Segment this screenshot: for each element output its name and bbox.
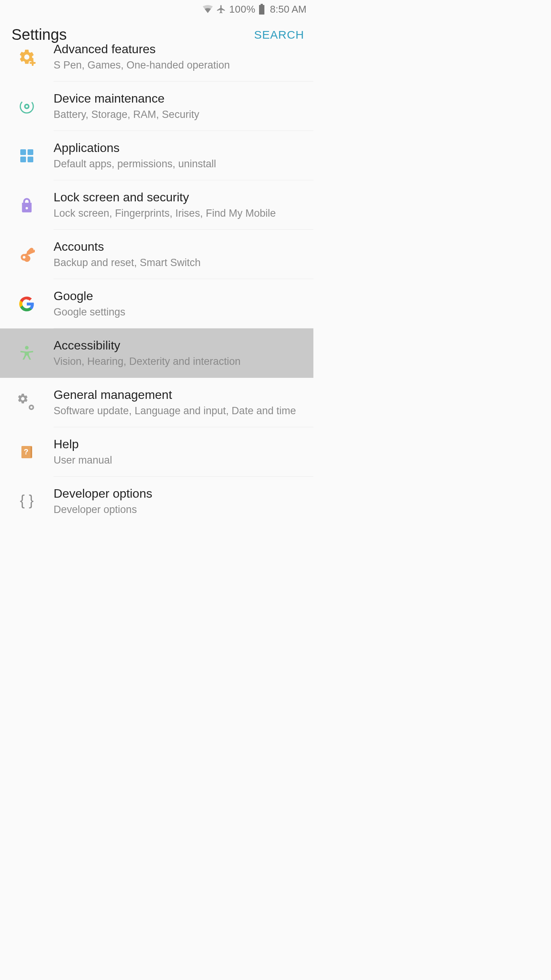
svg-rect-7: [20, 149, 26, 155]
svg-point-12: [23, 256, 26, 258]
item-title: Help: [54, 436, 303, 452]
help-book-icon: ?: [19, 444, 34, 460]
item-subtitle: Developer options: [54, 503, 303, 516]
battery-percentage: 100%: [229, 3, 256, 15]
item-subtitle: Vision, Hearing, Dexterity and interacti…: [54, 354, 303, 368]
svg-rect-1: [259, 5, 264, 15]
lock-icon: [20, 197, 34, 214]
item-title: Advanced features: [54, 41, 303, 57]
settings-item-google[interactable]: Google Google settings: [0, 279, 313, 328]
svg-rect-9: [20, 157, 26, 162]
gears-icon: [18, 394, 36, 412]
item-subtitle: Software update, Language and input, Dat…: [54, 404, 303, 418]
settings-list: Advanced features S Pen, Games, One-hand…: [0, 32, 313, 526]
item-title: General management: [54, 387, 303, 403]
item-title: Applications: [54, 140, 303, 156]
item-subtitle: Default apps, permissions, uninstall: [54, 157, 303, 171]
settings-item-developer-options[interactable]: { } Developer options Developer options: [0, 477, 313, 526]
item-subtitle: Backup and reset, Smart Switch: [54, 256, 303, 270]
svg-point-14: [25, 346, 29, 350]
svg-rect-10: [28, 157, 33, 162]
item-title: Device maintenance: [54, 91, 303, 107]
svg-rect-8: [28, 149, 33, 155]
item-subtitle: User manual: [54, 453, 303, 467]
item-subtitle: Google settings: [54, 305, 303, 319]
clock-time: 8:50 AM: [270, 3, 306, 15]
item-subtitle: Lock screen, Fingerprints, Irises, Find …: [54, 206, 303, 220]
apps-grid-icon: [20, 149, 34, 163]
item-title: Accounts: [54, 239, 303, 255]
wifi-icon: [202, 5, 213, 13]
google-icon: [19, 296, 35, 312]
svg-text:?: ?: [24, 448, 28, 456]
accessibility-person-icon: [18, 345, 35, 362]
optimize-icon: [18, 98, 35, 115]
braces-icon: { }: [19, 493, 35, 509]
settings-item-help[interactable]: ? Help User manual: [0, 427, 313, 477]
settings-item-lock-screen-security[interactable]: Lock screen and security Lock screen, Fi…: [0, 180, 313, 230]
battery-icon: [259, 4, 265, 15]
settings-item-device-maintenance[interactable]: Device maintenance Battery, Storage, RAM…: [0, 82, 313, 131]
settings-item-accessibility[interactable]: Accessibility Vision, Hearing, Dexterity…: [0, 328, 313, 378]
airplane-mode-icon: [216, 4, 226, 14]
item-subtitle: Battery, Storage, RAM, Security: [54, 108, 303, 121]
key-icon: [19, 247, 35, 263]
item-title: Google: [54, 288, 303, 304]
item-title: Lock screen and security: [54, 189, 303, 206]
gear-plus-icon: [18, 48, 36, 66]
item-title: Developer options: [54, 486, 303, 502]
settings-item-general-management[interactable]: General management Software update, Lang…: [0, 378, 313, 427]
svg-text:{ }: { }: [20, 493, 34, 508]
item-subtitle: S Pen, Games, One-handed operation: [54, 58, 303, 72]
svg-rect-0: [261, 4, 263, 5]
svg-rect-18: [31, 447, 32, 457]
svg-point-6: [26, 105, 28, 108]
svg-point-16: [30, 406, 33, 408]
settings-item-applications[interactable]: Applications Default apps, permissions, …: [0, 131, 313, 180]
item-title: Accessibility: [54, 338, 303, 354]
status-bar: 100% 8:50 AM: [0, 0, 313, 18]
settings-item-accounts[interactable]: Accounts Backup and reset, Smart Switch: [0, 230, 313, 279]
